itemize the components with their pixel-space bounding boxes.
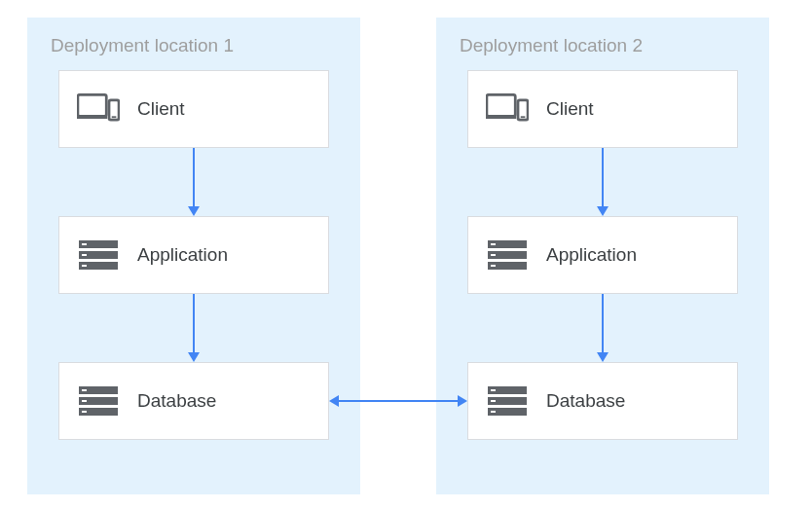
node-application: Application xyxy=(58,216,329,294)
node-database: Database xyxy=(58,362,329,440)
svg-rect-9 xyxy=(82,265,87,267)
arrow-head-down xyxy=(188,352,200,362)
svg-rect-27 xyxy=(491,389,496,391)
svg-rect-31 xyxy=(491,411,496,413)
server-icon xyxy=(486,237,529,273)
server-icon xyxy=(77,383,120,419)
node-label: Application xyxy=(546,244,637,266)
arrow-head-right xyxy=(458,395,467,407)
svg-rect-23 xyxy=(491,254,496,256)
arrow-line xyxy=(339,400,458,402)
server-icon xyxy=(77,237,120,273)
node-label: Database xyxy=(137,390,216,412)
node-label: Client xyxy=(137,98,185,120)
node-database: Database xyxy=(467,362,738,440)
arrow-line xyxy=(193,294,195,352)
svg-rect-17 xyxy=(486,116,516,119)
diagram-canvas: Deployment location 1 Deployment locatio… xyxy=(0,0,812,510)
svg-rect-29 xyxy=(491,400,496,402)
arrow-line xyxy=(602,148,604,206)
node-label: Client xyxy=(546,98,594,120)
svg-rect-19 xyxy=(521,116,526,118)
node-label: Database xyxy=(546,390,625,412)
arrow-head-down xyxy=(597,352,609,362)
devices-icon xyxy=(486,91,529,127)
svg-rect-7 xyxy=(82,254,87,256)
arrow-line xyxy=(602,294,604,352)
svg-rect-21 xyxy=(491,243,496,245)
server-icon xyxy=(486,383,529,419)
region-title: Deployment location 2 xyxy=(460,35,746,56)
svg-rect-1 xyxy=(77,116,107,119)
arrow-head-down xyxy=(188,206,200,216)
svg-rect-15 xyxy=(82,411,87,413)
node-client: Client xyxy=(58,70,329,148)
svg-rect-16 xyxy=(487,94,515,116)
region-title: Deployment location 1 xyxy=(51,35,337,56)
node-application: Application xyxy=(467,216,738,294)
arrow-line xyxy=(193,148,195,206)
svg-rect-5 xyxy=(82,243,87,245)
devices-icon xyxy=(77,91,120,127)
svg-rect-0 xyxy=(78,94,106,116)
arrow-head-down xyxy=(597,206,609,216)
svg-rect-25 xyxy=(491,265,496,267)
svg-rect-13 xyxy=(82,400,87,402)
node-label: Application xyxy=(137,244,228,266)
node-client: Client xyxy=(467,70,738,148)
arrow-head-left xyxy=(329,395,339,407)
svg-rect-3 xyxy=(112,116,117,118)
svg-rect-11 xyxy=(82,389,87,391)
